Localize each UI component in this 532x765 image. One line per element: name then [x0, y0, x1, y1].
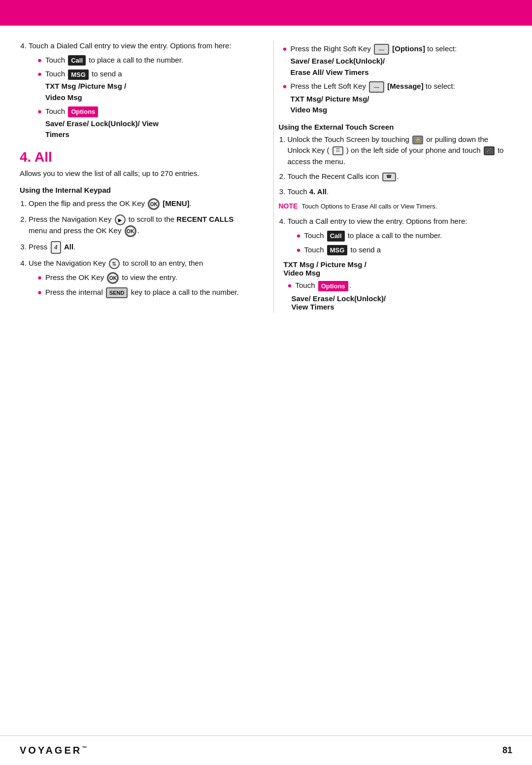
right-soft-key-bullet: Press the Right Soft Key — [Options] to … [283, 43, 513, 78]
external-step-1: Unlock the Touch Screen by touching 🔒 or… [288, 134, 513, 168]
options-btn: Options [68, 106, 98, 117]
txt-bold: TXT Msg /Picture Msg /Video Msg [45, 81, 254, 103]
section-4-all-heading: 4. All [20, 149, 254, 165]
external-item-4: Touch a Call entry to view the entry. Op… [288, 216, 513, 255]
menu-label: [MENU] [163, 199, 189, 208]
send-key-icon: SEND [106, 287, 128, 299]
ok-key-sub: OK [107, 272, 119, 284]
all-label: All [64, 243, 73, 251]
ext-bullet-msg: Touch MSG to send a [297, 244, 513, 256]
key-4-icon: 4 [51, 241, 61, 254]
nav-circle-icon: ⇅ [109, 258, 120, 269]
internal-step-4: Use the Navigation Key ⇅ to scroll to an… [29, 258, 254, 298]
sub-bullet-ok: Press the OK Key OK to view the entry. [37, 272, 254, 284]
ext-touch-options: Touch Options. [288, 280, 513, 291]
page-number: 81 [502, 745, 512, 756]
lock-icon: 🔒 [412, 136, 423, 144]
ext-bullet-call: Touch Call to place a call to the number… [297, 230, 513, 242]
external-step-2: Touch the Recent Calls icon ☎. [288, 171, 513, 182]
internal-keypad-heading: Using the Internal Keypad [20, 186, 254, 194]
recent-calls-icon: ☎ [382, 173, 396, 181]
left-soft-key-icon: — [369, 81, 384, 93]
external-touch-heading: Using the External Touch Screen [279, 123, 513, 131]
section-4-all-desc: Allows you to view the list of all calls… [20, 168, 254, 179]
sub-bullet-send: Press the internal SEND key to place a c… [37, 287, 254, 298]
internal-step-2: Press the Navigation Key ► to scroll to … [29, 214, 254, 237]
ok-key-icon-2: OK [125, 225, 136, 237]
left-item-4: Touch a Dialed Call entry to view the en… [29, 40, 254, 140]
ext-options-btn: Options [318, 281, 348, 292]
right-soft-options: Save/ Erase/ Lock(Unlock)/Erase All/ Vie… [291, 56, 513, 78]
note-label: NOTE [279, 202, 298, 210]
bullet-call: Touch Call to place a call to the number… [37, 55, 254, 66]
top-bar [0, 0, 532, 26]
external-step-3: Touch 4. All. [288, 186, 513, 198]
options-label: [Options] [392, 44, 425, 53]
bullet-options: Touch Options Save/ Erase/ Lock(Unlock)/… [37, 106, 254, 140]
note-text: Touch Options to Erase All calls or View… [301, 202, 437, 211]
ext-call-btn: Call [327, 231, 345, 242]
internal-step-3: Press 4 All. [29, 241, 254, 254]
msg-btn: MSG [68, 70, 89, 80]
nav-right-icon: ► [115, 214, 126, 225]
right-soft-key-icon: — [374, 44, 389, 55]
call-btn: Call [68, 55, 86, 66]
left-column: Touch a Dialed Call entry to view the en… [20, 40, 259, 313]
save-erase-bold: Save/ Erase/ Lock(Unlock)/View Timers [292, 294, 513, 311]
left-soft-key-bullet: Press the Left Soft Key — [Message] to s… [283, 81, 513, 115]
footer: VOYAGER™ 81 [0, 735, 532, 765]
right-column: Press the Right Soft Key — [Options] to … [273, 40, 513, 313]
unlock-key-icon: ☷ [332, 146, 343, 155]
note-block: NOTE Touch Options to Erase All calls or… [279, 202, 513, 211]
recent-calls-bold: RECENT CALLS [176, 215, 233, 223]
txt-msg-bold-right: TXT Msg / Picture Msg /Video Msg [284, 260, 513, 277]
brand-logo: VOYAGER™ [20, 745, 89, 756]
left-soft-options: TXT Msg/ Picture Msg/Video Msg [291, 94, 513, 116]
ok-key-icon: OK [148, 198, 160, 210]
ext-msg-btn: MSG [327, 245, 348, 256]
internal-step-1: Open the flip and press the OK Key OK [M… [29, 198, 254, 210]
options-bold: Save/ Erase/ Lock(Unlock)/ ViewTimers [45, 118, 254, 140]
apps-icon: ⋰ [484, 146, 495, 155]
bullet-msg: Touch MSG to send a TXT Msg /Picture Msg… [37, 69, 254, 103]
message-label: [Message] [387, 82, 423, 90]
four-all-label: 4. All [309, 187, 327, 196]
